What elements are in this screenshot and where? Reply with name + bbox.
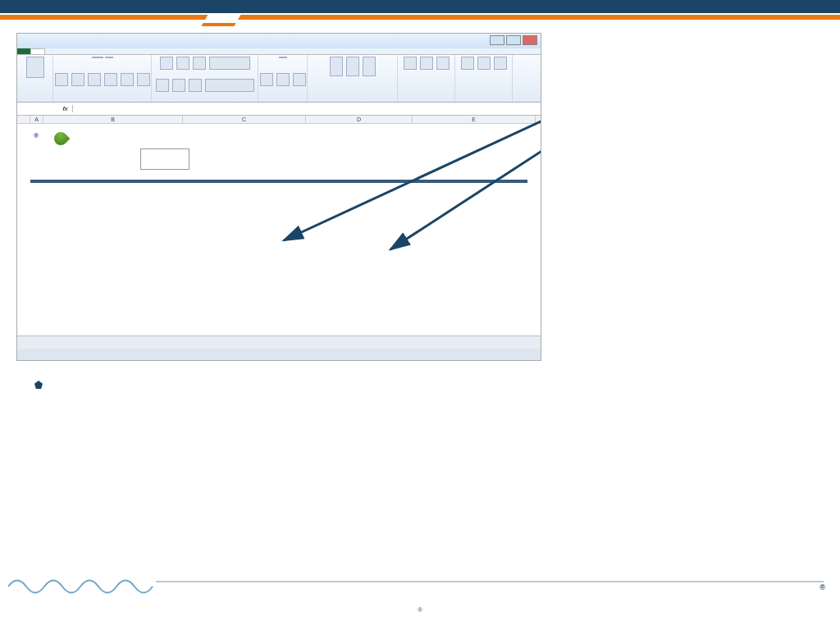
worksheet-area: ABCDE ® [17,116,541,329]
ribbon-tabs [17,48,541,55]
minimize-icon[interactable] [490,35,504,45]
logo-row: ® [17,127,541,147]
maximize-icon[interactable] [506,35,521,45]
tab-insert[interactable] [45,48,58,54]
insert-cells-icon[interactable] [404,57,417,70]
autosum-icon[interactable] [461,57,474,70]
accent-bar [0,15,840,20]
paste-icon[interactable] [26,57,44,78]
language-block [17,147,541,171]
font-color-icon[interactable] [137,73,150,86]
percent-icon[interactable] [276,73,290,86]
tab-formulas[interactable] [71,48,84,54]
close-icon[interactable] [523,35,537,45]
triquint-logo: ® [819,582,825,615]
fx-icon[interactable]: fx [58,105,73,112]
merge-center-button[interactable] [205,79,254,92]
right-column [558,33,824,376]
conditional-formatting-icon[interactable] [330,57,343,76]
footer-center: ® [0,606,840,619]
column-headers: ABCDE [17,116,541,124]
gesi-logo [54,132,71,145]
sort-filter-icon[interactable] [477,57,491,70]
fill-icon[interactable] [121,73,134,86]
tab-page-layout[interactable] [58,48,71,54]
tab-review[interactable] [98,48,111,54]
bullet-icon [34,381,43,389]
footer: ® ® [0,571,840,630]
font-name-select[interactable] [92,57,103,58]
format-as-table-icon[interactable] [346,57,359,76]
italic-icon[interactable] [71,73,84,86]
tab-file[interactable] [17,48,30,54]
cell-styles-icon[interactable] [363,57,376,76]
align-icon[interactable] [156,79,169,92]
underline-icon[interactable] [88,73,101,86]
align-icon[interactable] [160,57,173,70]
formula-bar: fx [17,103,541,116]
wave-icon [8,574,156,602]
align-icon[interactable] [189,79,202,92]
border-icon[interactable] [104,73,117,86]
align-icon[interactable] [193,57,206,70]
ribbon [17,55,541,103]
align-icon[interactable] [176,57,189,70]
leaf-icon [52,130,71,148]
tab-home[interactable] [30,48,45,54]
number-format-select[interactable] [279,57,287,58]
bold-icon[interactable] [55,73,68,86]
font-size-select[interactable] [105,57,113,58]
align-icon[interactable] [172,79,185,92]
currency-icon[interactable] [260,73,273,86]
find-select-icon[interactable] [494,57,507,70]
wrap-text-button[interactable] [209,57,250,70]
section-header [30,180,527,183]
status-bar [17,349,541,360]
window-controls[interactable] [490,35,537,45]
excel-window-titlebar [17,34,541,48]
comma-icon[interactable] [293,73,306,86]
footer-tagline: ® [0,606,840,619]
eicc-logo: ® [34,132,39,145]
delete-cells-icon[interactable] [420,57,433,70]
tab-view[interactable] [111,48,124,54]
tab-data[interactable] [84,48,98,54]
sheet-tabs [17,336,541,349]
language-select[interactable] [140,148,189,170]
excel-screenshot: fx ABCDE ® [16,33,541,361]
slide-title [0,0,840,13]
footer-rule [156,581,824,582]
format-cells-icon[interactable] [436,57,450,70]
